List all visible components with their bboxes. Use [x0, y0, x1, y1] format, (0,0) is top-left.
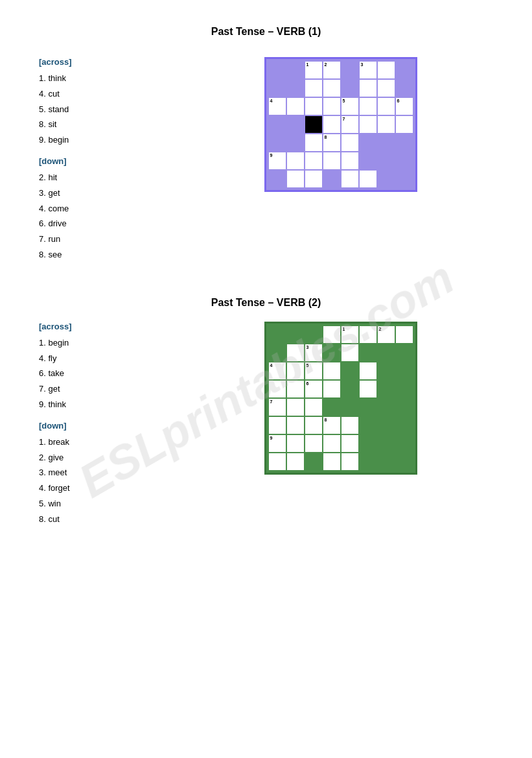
p2-r6c2[interactable] [287, 417, 304, 434]
p2-r6c3[interactable] [305, 417, 322, 434]
cell-r7c7 [378, 171, 395, 187]
p2-r4c6[interactable] [360, 381, 376, 397]
cell-r2c3[interactable] [305, 80, 322, 97]
cell-r6c6 [360, 152, 376, 169]
p2-r3c4[interactable] [323, 362, 340, 379]
p2-r4c1[interactable] [269, 381, 286, 397]
puzzle2-grid: 1 2 3 4 5 [269, 326, 413, 470]
puzzle1-grid: 1 2 3 4 5 [269, 62, 413, 187]
cell-r3c8[interactable]: 6 [396, 98, 413, 115]
p2-r8c5[interactable] [341, 453, 358, 470]
cell-r3c3[interactable] [305, 98, 322, 115]
puzzle2-across-label: [across] [39, 322, 168, 331]
p2-r2c5[interactable] [341, 344, 358, 361]
p2-r6c4[interactable]: 8 [323, 417, 340, 434]
cell-r3c6[interactable] [360, 98, 376, 115]
p2-r1c5[interactable]: 1 [341, 326, 358, 343]
p2-r4c7 [378, 381, 395, 397]
cell-r4c4[interactable] [323, 116, 340, 133]
p2-r7c3[interactable] [305, 435, 322, 452]
puzzle1-grid-wrapper: 1 2 3 4 5 [188, 57, 493, 271]
p2-r5c1[interactable]: 7 [269, 399, 286, 416]
cell-r3c5[interactable]: 5 [341, 98, 358, 115]
p2-r4c4[interactable] [323, 381, 340, 397]
cell-r7c1 [269, 171, 286, 187]
clue-9a-p2: 9. think [39, 398, 168, 412]
p2-r7c2[interactable] [287, 435, 304, 452]
cell-r7c2[interactable] [287, 171, 304, 187]
p2-r4c2[interactable] [287, 381, 304, 397]
p2-r3c6[interactable] [360, 362, 376, 379]
p2-r5c2[interactable] [287, 399, 304, 416]
p2-r3c7 [378, 362, 395, 379]
cell-r7c6[interactable] [360, 171, 376, 187]
p2-r1c6[interactable] [360, 326, 376, 343]
p2-r2c4 [323, 344, 340, 361]
p2-r7c1[interactable]: 9 [269, 435, 286, 452]
p2-r4c5 [341, 381, 358, 397]
p2-r1c3 [305, 326, 322, 343]
p2-r8c4[interactable] [323, 453, 340, 470]
p2-r3c3[interactable]: 5 [305, 362, 322, 379]
cell-r6c3[interactable] [305, 152, 322, 169]
cell-r4c6[interactable] [360, 116, 376, 133]
p2-r8c6 [360, 453, 376, 470]
cell-r1c8 [396, 62, 413, 78]
cell-r2c4[interactable] [323, 80, 340, 97]
puzzle1-grid-border: 1 2 3 4 5 [264, 57, 417, 192]
cell-r3c2[interactable] [287, 98, 304, 115]
cell-r3c4[interactable] [323, 98, 340, 115]
p2-r4c3[interactable]: 6 [305, 381, 322, 397]
cell-r3c7[interactable] [378, 98, 395, 115]
cell-r5c5[interactable] [341, 134, 358, 151]
cell-r4c7[interactable] [378, 116, 395, 133]
puzzle2-section: [across] 1. begin 4. fly 6. take 7. get … [39, 322, 493, 536]
cell-r6c1[interactable]: 9 [269, 152, 286, 169]
cell-r6c8 [396, 152, 413, 169]
cell-r2c6[interactable] [360, 80, 376, 97]
p2-r6c8 [396, 417, 413, 434]
puzzle2-grid-wrapper: 1 2 3 4 5 [188, 322, 493, 536]
clue-9a-p1: 9. begin [39, 134, 168, 147]
cell-r6c4[interactable] [323, 152, 340, 169]
p2-r2c3[interactable]: 3 [305, 344, 322, 361]
cell-r1c6[interactable]: 3 [360, 62, 376, 78]
p2-r8c1[interactable] [269, 453, 286, 470]
p2-r1c4[interactable] [323, 326, 340, 343]
p2-r6c5[interactable] [341, 417, 358, 434]
p2-r5c8 [396, 399, 413, 416]
p2-r2c1 [269, 344, 286, 361]
clue-1a-p1: 1. think [39, 72, 168, 86]
p2-r2c2[interactable] [287, 344, 304, 361]
cell-r1c4[interactable]: 2 [323, 62, 340, 78]
cell-r5c3[interactable] [305, 134, 322, 151]
p2-r7c5[interactable] [341, 435, 358, 452]
p2-r5c3[interactable] [305, 399, 322, 416]
p2-r3c2[interactable] [287, 362, 304, 379]
cell-r2c7[interactable] [378, 80, 395, 97]
p2-r8c2[interactable] [287, 453, 304, 470]
cell-r4c5[interactable]: 7 [341, 116, 358, 133]
cell-r3c1[interactable]: 4 [269, 98, 286, 115]
cell-r6c2[interactable] [287, 152, 304, 169]
cell-r1c3[interactable]: 1 [305, 62, 322, 78]
p2-r1c7[interactable]: 2 [378, 326, 395, 343]
cell-r5c7 [378, 134, 395, 151]
cell-r5c4[interactable]: 8 [323, 134, 340, 151]
cell-r1c7[interactable] [378, 62, 395, 78]
cell-r2c8 [396, 80, 413, 97]
p2-r6c1[interactable] [269, 417, 286, 434]
cell-r1c2 [287, 62, 304, 78]
clue-3d-p1: 3. get [39, 187, 168, 200]
p2-r5c7 [378, 399, 395, 416]
cell-r7c3[interactable] [305, 171, 322, 187]
cell-r6c5[interactable] [341, 152, 358, 169]
puzzle2-clues: [across] 1. begin 4. fly 6. take 7. get … [39, 322, 168, 536]
p2-r1c8[interactable] [396, 326, 413, 343]
p2-r1c2 [287, 326, 304, 343]
p2-r3c1[interactable]: 4 [269, 362, 286, 379]
cell-r7c5[interactable] [341, 171, 358, 187]
cell-r7c4 [323, 171, 340, 187]
cell-r4c8[interactable] [396, 116, 413, 133]
p2-r7c4[interactable] [323, 435, 340, 452]
